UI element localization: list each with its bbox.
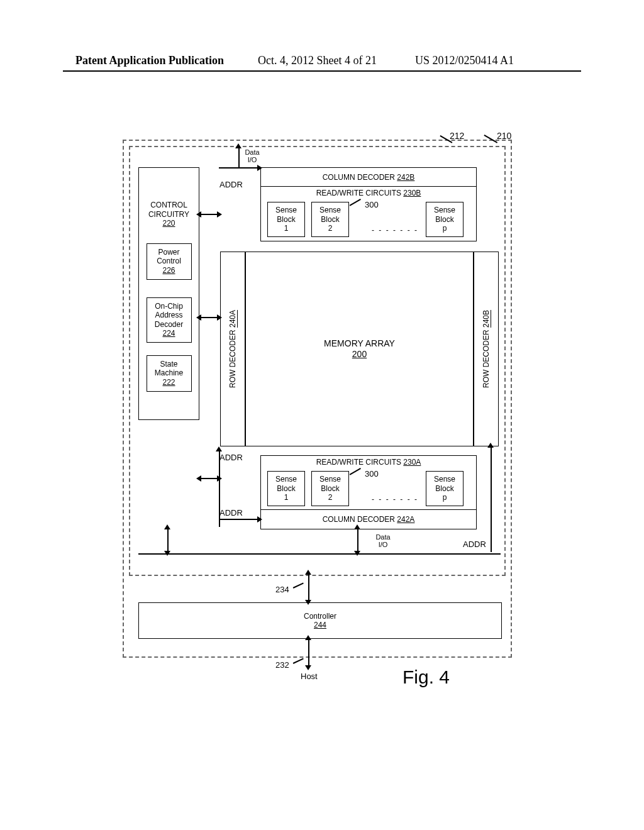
- memory-array: MEMORY ARRAY 200: [245, 252, 474, 446]
- header-right: US 2012/0250414 A1: [415, 54, 514, 67]
- sense-a-2-label: Sense Block: [319, 475, 341, 493]
- ref-230a: 230A: [403, 458, 421, 467]
- addr-top: ADDR: [219, 180, 243, 189]
- addr-bot1: ADDR: [219, 453, 243, 462]
- coldec-b-label: COLUMN DECODER: [323, 173, 395, 182]
- rowdec-b-label: ROW DECODER: [482, 329, 491, 388]
- controller-label: Controller: [304, 612, 336, 621]
- dataio-bot: Data I/O: [374, 533, 392, 548]
- sense-a-p-num: p: [443, 493, 447, 502]
- header-mid: Oct. 4, 2012 Sheet 4 of 21: [258, 54, 377, 67]
- ref-226: 226: [162, 266, 175, 275]
- sense-a-2-num: 2: [328, 493, 333, 502]
- row-decoder-a: ROW DECODER 240A: [220, 252, 245, 446]
- ref-240a: 240A: [228, 310, 237, 328]
- ref-200: 200: [352, 349, 367, 360]
- ref-242a: 242A: [397, 515, 414, 524]
- host-label: Host: [301, 672, 318, 681]
- addr-decoder-label: On-Chip Address Decoder: [155, 302, 183, 329]
- sense-b-p-label: Sense Block: [434, 206, 455, 224]
- ref-224: 224: [162, 329, 175, 338]
- coldec-a-label: COLUMN DECODER: [323, 515, 395, 524]
- sense-b-2-num: 2: [328, 224, 333, 233]
- rw-circuits-b: READ/WRITE CIRCUITS 230B Sense Block 1 S…: [260, 186, 477, 241]
- sense-b-2-label: Sense Block: [319, 206, 341, 224]
- sense-b-1-label: Sense Block: [275, 206, 297, 224]
- sense-a-1-label: Sense Block: [275, 475, 297, 493]
- ref-220: 220: [162, 219, 175, 228]
- ref-230b: 230B: [403, 189, 421, 197]
- ref-300-top: 300: [365, 200, 379, 209]
- control-circuitry: CONTROL CIRCUITRY 220 Power Control 226 …: [138, 167, 199, 420]
- memory-array-label: MEMORY ARRAY: [324, 338, 395, 349]
- ref-242b: 242B: [397, 173, 414, 182]
- controller: Controller 244: [138, 602, 502, 639]
- ref-234: 234: [275, 585, 289, 594]
- addr-right: ADDR: [463, 540, 486, 549]
- header-left: Patent Application Publication: [75, 54, 224, 67]
- rw-b-label: READ/WRITE CIRCUITS: [316, 189, 401, 197]
- ref-210: 210: [497, 131, 511, 141]
- sense-b-p-num: p: [443, 224, 447, 233]
- sense-a-p-label: Sense Block: [434, 475, 455, 493]
- ref-300-bot: 300: [365, 469, 379, 479]
- control-circuitry-label: CONTROL CIRCUITRY: [148, 201, 189, 218]
- header-rule: [63, 70, 581, 72]
- power-control-label: Power Control: [157, 248, 181, 266]
- sense-a-1-num: 1: [284, 493, 289, 502]
- column-decoder-b: COLUMN DECODER 242B: [260, 167, 477, 187]
- sense-b-1-num: 1: [284, 224, 289, 233]
- state-machine-label: State Machine: [155, 360, 183, 378]
- column-decoder-a: COLUMN DECODER 242A: [260, 509, 477, 529]
- ref-244: 244: [314, 621, 326, 629]
- ref-222: 222: [162, 378, 175, 387]
- rowdec-a-label: ROW DECODER: [228, 329, 237, 388]
- addr-bot2: ADDR: [219, 508, 243, 517]
- rw-a-label: READ/WRITE CIRCUITS: [316, 458, 401, 467]
- ref-240b: 240B: [482, 310, 491, 328]
- ref-232: 232: [275, 660, 289, 670]
- rw-circuits-a: READ/WRITE CIRCUITS 230A Sense Block 1 S…: [260, 455, 477, 511]
- row-decoder-b: ROW DECODER 240B: [474, 252, 499, 446]
- ref-212: 212: [450, 131, 464, 141]
- figure-label: Fig. 4: [402, 667, 450, 688]
- dataio-top: Data I/O: [243, 148, 262, 163]
